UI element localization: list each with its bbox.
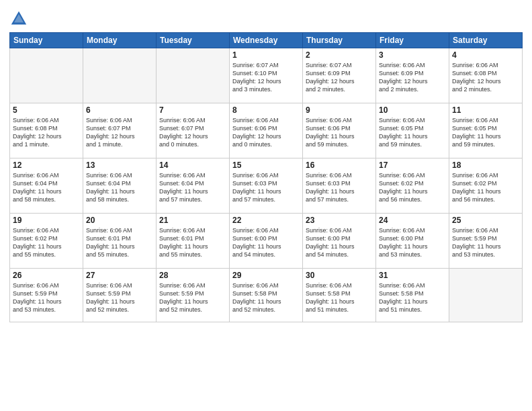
- calendar-cell: 20Sunrise: 6:06 AM Sunset: 6:01 PM Dayli…: [83, 214, 157, 269]
- day-number: 21: [159, 216, 226, 225]
- calendar-cell: 6Sunrise: 6:06 AM Sunset: 6:07 PM Daylig…: [83, 103, 157, 158]
- calendar-cell: 14Sunrise: 6:06 AM Sunset: 6:04 PM Dayli…: [157, 158, 230, 214]
- day-info: Sunrise: 6:06 AM Sunset: 6:06 PM Dayligh…: [306, 116, 373, 149]
- calendar-cell: 4Sunrise: 6:06 AM Sunset: 6:08 PM Daylig…: [449, 48, 523, 103]
- calendar-header-monday: Monday: [83, 33, 157, 48]
- day-number: 25: [452, 216, 519, 225]
- day-number: 9: [306, 105, 373, 115]
- calendar-cell: 1Sunrise: 6:07 AM Sunset: 6:10 PM Daylig…: [230, 48, 303, 103]
- day-number: 29: [232, 271, 300, 280]
- calendar-header-thursday: Thursday: [303, 33, 376, 48]
- day-info: Sunrise: 6:07 AM Sunset: 6:09 PM Dayligh…: [306, 61, 373, 94]
- calendar-cell: 12Sunrise: 6:06 AM Sunset: 6:04 PM Dayli…: [10, 158, 83, 214]
- day-number: 10: [379, 105, 446, 115]
- day-number: 24: [379, 216, 446, 225]
- calendar-week-row: 1Sunrise: 6:07 AM Sunset: 6:10 PM Daylig…: [10, 48, 523, 103]
- day-number: 18: [452, 161, 519, 170]
- calendar-cell: 24Sunrise: 6:06 AM Sunset: 6:00 PM Dayli…: [376, 214, 449, 269]
- day-number: 12: [13, 161, 80, 170]
- day-number: 19: [13, 216, 80, 225]
- calendar-cell: 8Sunrise: 6:06 AM Sunset: 6:06 PM Daylig…: [230, 103, 303, 158]
- calendar-cell: [449, 269, 523, 322]
- calendar-cell: 28Sunrise: 6:06 AM Sunset: 5:59 PM Dayli…: [157, 269, 230, 322]
- calendar-week-row: 19Sunrise: 6:06 AM Sunset: 6:02 PM Dayli…: [10, 214, 523, 269]
- calendar: SundayMondayTuesdayWednesdayThursdayFrid…: [9, 32, 523, 322]
- day-number: 27: [86, 271, 153, 280]
- day-info: Sunrise: 6:06 AM Sunset: 6:02 PM Dayligh…: [452, 171, 519, 204]
- day-info: Sunrise: 6:06 AM Sunset: 6:09 PM Dayligh…: [379, 61, 446, 94]
- calendar-cell: 11Sunrise: 6:06 AM Sunset: 6:05 PM Dayli…: [449, 103, 523, 158]
- day-info: Sunrise: 6:06 AM Sunset: 6:02 PM Dayligh…: [13, 226, 80, 259]
- day-number: 14: [159, 161, 226, 170]
- day-number: 31: [379, 271, 446, 280]
- calendar-cell: 2Sunrise: 6:07 AM Sunset: 6:09 PM Daylig…: [303, 48, 376, 103]
- main-container: SundayMondayTuesdayWednesdayThursdayFrid…: [0, 0, 532, 329]
- day-info: Sunrise: 6:06 AM Sunset: 6:07 PM Dayligh…: [86, 116, 153, 149]
- day-number: 17: [379, 161, 446, 170]
- calendar-cell: 10Sunrise: 6:06 AM Sunset: 6:05 PM Dayli…: [376, 103, 449, 158]
- logo-icon: [9, 9, 28, 28]
- calendar-cell: 21Sunrise: 6:06 AM Sunset: 6:01 PM Dayli…: [157, 214, 230, 269]
- day-number: 26: [13, 271, 80, 280]
- day-number: 20: [86, 216, 153, 225]
- calendar-week-row: 12Sunrise: 6:06 AM Sunset: 6:04 PM Dayli…: [10, 158, 523, 214]
- calendar-cell: 3Sunrise: 6:06 AM Sunset: 6:09 PM Daylig…: [376, 48, 449, 103]
- day-number: 22: [232, 216, 300, 225]
- calendar-week-row: 5Sunrise: 6:06 AM Sunset: 6:08 PM Daylig…: [10, 103, 523, 158]
- calendar-week-row: 26Sunrise: 6:06 AM Sunset: 5:59 PM Dayli…: [10, 269, 523, 322]
- day-number: 16: [306, 161, 373, 170]
- day-info: Sunrise: 6:06 AM Sunset: 5:59 PM Dayligh…: [452, 226, 519, 259]
- day-info: Sunrise: 6:06 AM Sunset: 6:07 PM Dayligh…: [159, 116, 226, 149]
- calendar-cell: 9Sunrise: 6:06 AM Sunset: 6:06 PM Daylig…: [303, 103, 376, 158]
- calendar-cell: 16Sunrise: 6:06 AM Sunset: 6:03 PM Dayli…: [303, 158, 376, 214]
- day-info: Sunrise: 6:06 AM Sunset: 5:59 PM Dayligh…: [86, 281, 153, 314]
- day-number: 8: [232, 105, 300, 115]
- day-info: Sunrise: 6:06 AM Sunset: 6:03 PM Dayligh…: [232, 171, 300, 204]
- calendar-cell: 5Sunrise: 6:06 AM Sunset: 6:08 PM Daylig…: [10, 103, 83, 158]
- day-info: Sunrise: 6:07 AM Sunset: 6:10 PM Dayligh…: [232, 61, 300, 94]
- calendar-cell: 23Sunrise: 6:06 AM Sunset: 6:00 PM Dayli…: [303, 214, 376, 269]
- calendar-cell: 7Sunrise: 6:06 AM Sunset: 6:07 PM Daylig…: [157, 103, 230, 158]
- calendar-cell: 30Sunrise: 6:06 AM Sunset: 5:58 PM Dayli…: [303, 269, 376, 322]
- calendar-cell: 25Sunrise: 6:06 AM Sunset: 5:59 PM Dayli…: [449, 214, 523, 269]
- day-number: 7: [159, 105, 226, 115]
- calendar-cell: [10, 48, 83, 103]
- day-info: Sunrise: 6:06 AM Sunset: 6:05 PM Dayligh…: [452, 116, 519, 149]
- calendar-cell: 31Sunrise: 6:06 AM Sunset: 5:58 PM Dayli…: [376, 269, 449, 322]
- day-info: Sunrise: 6:06 AM Sunset: 6:00 PM Dayligh…: [379, 226, 446, 259]
- day-number: 4: [452, 50, 519, 60]
- day-info: Sunrise: 6:06 AM Sunset: 6:03 PM Dayligh…: [306, 171, 373, 204]
- day-info: Sunrise: 6:06 AM Sunset: 5:59 PM Dayligh…: [13, 281, 80, 314]
- logo: [9, 9, 30, 28]
- calendar-cell: 17Sunrise: 6:06 AM Sunset: 6:02 PM Dayli…: [376, 158, 449, 214]
- calendar-cell: [83, 48, 157, 103]
- day-info: Sunrise: 6:06 AM Sunset: 5:58 PM Dayligh…: [306, 281, 373, 314]
- day-info: Sunrise: 6:06 AM Sunset: 6:05 PM Dayligh…: [379, 116, 446, 149]
- calendar-header-friday: Friday: [376, 33, 449, 48]
- calendar-cell: 26Sunrise: 6:06 AM Sunset: 5:59 PM Dayli…: [10, 269, 83, 322]
- calendar-cell: 19Sunrise: 6:06 AM Sunset: 6:02 PM Dayli…: [10, 214, 83, 269]
- day-number: 3: [379, 50, 446, 60]
- day-info: Sunrise: 6:06 AM Sunset: 6:01 PM Dayligh…: [159, 226, 226, 259]
- day-info: Sunrise: 6:06 AM Sunset: 6:08 PM Dayligh…: [13, 116, 80, 149]
- day-info: Sunrise: 6:06 AM Sunset: 6:04 PM Dayligh…: [86, 171, 153, 204]
- calendar-header-tuesday: Tuesday: [157, 33, 230, 48]
- day-info: Sunrise: 6:06 AM Sunset: 6:06 PM Dayligh…: [232, 116, 300, 149]
- day-info: Sunrise: 6:06 AM Sunset: 6:02 PM Dayligh…: [379, 171, 446, 204]
- calendar-cell: 29Sunrise: 6:06 AM Sunset: 5:58 PM Dayli…: [230, 269, 303, 322]
- day-info: Sunrise: 6:06 AM Sunset: 6:04 PM Dayligh…: [13, 171, 80, 204]
- calendar-header-saturday: Saturday: [449, 33, 523, 48]
- day-number: 30: [306, 271, 373, 280]
- day-info: Sunrise: 6:06 AM Sunset: 6:00 PM Dayligh…: [306, 226, 373, 259]
- day-info: Sunrise: 6:06 AM Sunset: 6:04 PM Dayligh…: [159, 171, 226, 204]
- calendar-cell: 18Sunrise: 6:06 AM Sunset: 6:02 PM Dayli…: [449, 158, 523, 214]
- day-number: 6: [86, 105, 153, 115]
- calendar-cell: 27Sunrise: 6:06 AM Sunset: 5:59 PM Dayli…: [83, 269, 157, 322]
- day-info: Sunrise: 6:06 AM Sunset: 6:01 PM Dayligh…: [86, 226, 153, 259]
- day-number: 1: [232, 50, 300, 60]
- day-number: 28: [159, 271, 226, 280]
- calendar-header-row: SundayMondayTuesdayWednesdayThursdayFrid…: [10, 33, 523, 48]
- day-number: 23: [306, 216, 373, 225]
- calendar-header-sunday: Sunday: [10, 33, 83, 48]
- day-info: Sunrise: 6:06 AM Sunset: 5:58 PM Dayligh…: [379, 281, 446, 314]
